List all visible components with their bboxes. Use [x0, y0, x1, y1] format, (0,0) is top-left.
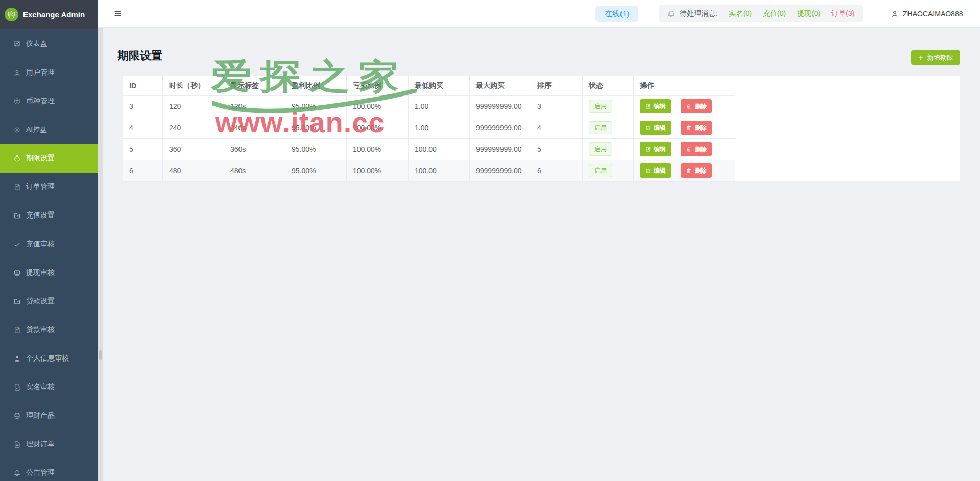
user-menu[interactable]: ZHAOCAIMAO888 [891, 0, 963, 28]
online-status-badge[interactable]: 在线(1) [595, 6, 638, 22]
delete-label: 删除 [695, 145, 707, 154]
user-avatar-icon [891, 10, 899, 18]
sidebar-item-period-settings[interactable]: 期限设置 [0, 144, 98, 173]
cell-max: 999999999.00 [470, 160, 531, 181]
period-settings-table: ID 时长（秒） 显示标签 盈利比例 亏损比例 最低购买 最大购买 排序 状态 … [123, 76, 735, 182]
sidebar-item-label: 订单管理 [26, 182, 55, 191]
col-header-loss: 亏损比例 [347, 76, 409, 95]
table-row: 5 360 360s 95.00% 100.00% 100.00 9999999… [123, 138, 735, 160]
cell-max: 999999999.00 [470, 95, 531, 117]
trash-icon [686, 125, 692, 131]
logo-block: Exchange Admin [0, 0, 98, 29]
file-check-icon [13, 383, 21, 391]
cell-profit: 95.00% [285, 95, 347, 117]
delete-button[interactable]: 删除 [681, 121, 712, 135]
sidebar-item-label: 期限设置 [26, 154, 55, 163]
add-period-button[interactable]: 新增期限 [911, 50, 960, 65]
col-header-duration: 时长（秒） [163, 76, 224, 95]
sidebar-item-label: 币种管理 [26, 97, 55, 106]
coins-icon [13, 98, 21, 105]
add-period-label: 新增期限 [927, 53, 953, 62]
sidebar-item-label: 公告管理 [26, 468, 55, 477]
app-title: Exchange Admin [23, 10, 85, 19]
bell-icon [667, 10, 675, 18]
edit-button[interactable]: 编辑 [640, 121, 671, 135]
table-row: 3 120 120s 95.00% 100.00% 1.00 999999999… [123, 95, 735, 117]
username: ZHAOCAIMAO888 [903, 10, 963, 18]
col-header-sort: 排序 [531, 76, 583, 95]
sidebar-item-label: 理财产品 [26, 411, 55, 420]
sidebar-item-users[interactable]: 用户管理 [0, 58, 98, 87]
edit-icon [645, 167, 651, 174]
scrollbar-track [98, 28, 103, 481]
topbar: 在线(1) 待处理消息: 实名(0) 充值(0) 提现(0) 订单(3) ZHA… [98, 0, 980, 28]
col-header-min: 最低购买 [409, 76, 470, 95]
status-badge: 启用 [589, 100, 612, 113]
sidebar-item-label: 贷款审核 [26, 325, 55, 334]
edit-label: 编辑 [654, 124, 666, 132]
col-header-tag: 显示标签 [224, 76, 285, 95]
cell-sort: 3 [531, 95, 583, 117]
cell-profit: 95.00% [285, 138, 347, 160]
edit-icon [645, 125, 651, 131]
cell-loss: 100.00% [347, 138, 409, 160]
cell-sort: 6 [531, 160, 583, 181]
edit-icon [645, 103, 651, 109]
sidebar-item-dashboard[interactable]: 仪表盘 [0, 30, 98, 58]
sidebar-item-withdraw-review[interactable]: 提现审核 [0, 258, 98, 287]
sidebar-item-orders[interactable]: 订单管理 [0, 173, 98, 201]
delete-button[interactable]: 删除 [681, 163, 712, 178]
scrollbar-thumb[interactable] [99, 350, 102, 360]
table-card: ID 时长（秒） 显示标签 盈利比例 亏损比例 最低购买 最大购买 排序 状态 … [123, 76, 960, 181]
sidebar-item-ai-control[interactable]: AI控盘 [0, 115, 98, 144]
document-icon [13, 441, 21, 448]
pending-withdraw-link[interactable]: 提现(0) [797, 9, 820, 18]
online-label: 在线(1) [605, 9, 629, 19]
delete-button[interactable]: 删除 [681, 99, 712, 113]
status-badge: 启用 [589, 164, 612, 177]
edit-button[interactable]: 编辑 [640, 163, 671, 178]
sidebar-item-announcements[interactable]: 公告管理 [0, 459, 98, 481]
cell-id: 5 [123, 138, 163, 160]
sidebar-item-currencies[interactable]: 币种管理 [0, 87, 98, 115]
pending-realname-link[interactable]: 实名(0) [729, 9, 752, 18]
sidebar-item-wealth-orders[interactable]: 理财订单 [0, 430, 98, 459]
cell-min: 100.00 [409, 160, 470, 181]
cell-min: 1.00 [409, 117, 470, 138]
sidebar-item-recharge-review[interactable]: 充值审核 [0, 230, 98, 258]
cell-loss: 100.00% [347, 95, 409, 117]
folder-icon [13, 298, 21, 305]
pending-recharge-link[interactable]: 充值(0) [763, 9, 786, 18]
pending-orders-link[interactable]: 订单(3) [831, 9, 854, 18]
page-title: 期限设置 [117, 48, 162, 63]
sidebar-item-label: 个人信息审核 [26, 354, 69, 363]
trash-icon [686, 167, 692, 174]
col-header-id: ID [123, 76, 163, 95]
cell-duration: 360 [163, 138, 224, 160]
sidebar-item-loan-review[interactable]: 贷款审核 [0, 316, 98, 344]
cell-duration: 480 [163, 160, 224, 181]
status-badge: 启用 [589, 142, 612, 156]
sidebar-menu: 仪表盘 用户管理 币种管理 AI控盘 期限设置 订单管理 充值设置 充值审核 提… [0, 29, 98, 481]
sidebar-fold-icon[interactable] [113, 10, 122, 17]
sidebar-item-label: 提现审核 [26, 268, 55, 277]
col-header-profit: 盈利比例 [285, 76, 347, 95]
pending-messages-bar: 待处理消息: 实名(0) 充值(0) 提现(0) 订单(3) [659, 5, 863, 22]
cell-max: 999999999.00 [470, 138, 531, 160]
cell-tag: 360s [224, 138, 285, 160]
sidebar-item-personal-info-review[interactable]: 个人信息审核 [0, 344, 98, 373]
edit-label: 编辑 [654, 102, 666, 111]
sidebar-item-recharge-settings[interactable]: 充值设置 [0, 201, 98, 230]
delete-button[interactable]: 删除 [681, 142, 712, 156]
table-header-row: ID 时长（秒） 显示标签 盈利比例 亏损比例 最低购买 最大购买 排序 状态 … [123, 76, 735, 95]
cell-sort: 5 [531, 138, 583, 160]
sidebar-item-loan-settings[interactable]: 贷款设置 [0, 287, 98, 316]
edit-button[interactable]: 编辑 [640, 99, 671, 113]
gear-icon [13, 126, 21, 134]
database-icon [13, 412, 21, 420]
sidebar: Exchange Admin 仪表盘 用户管理 币种管理 AI控盘 期限设置 订… [0, 0, 98, 481]
sidebar-item-wealth-products[interactable]: 理财产品 [0, 401, 98, 430]
sidebar-item-realname-review[interactable]: 实名审核 [0, 373, 98, 401]
edit-button[interactable]: 编辑 [640, 142, 671, 156]
trash-icon [686, 103, 692, 109]
